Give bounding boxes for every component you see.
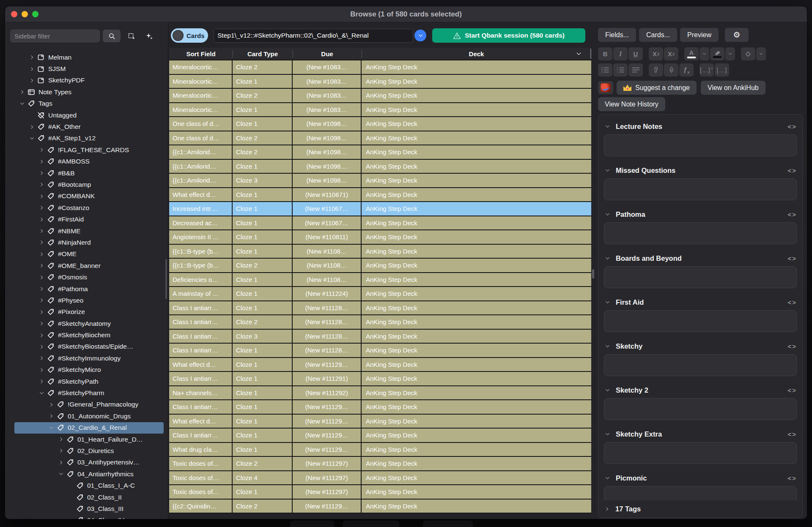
cell-deck[interactable]: AnKing Step Deck	[362, 500, 591, 513]
cell-deck[interactable]: AnKing Step Deck	[362, 230, 591, 244]
cell-due[interactable]: (New #1098…	[293, 160, 362, 173]
sidebar-item-02-diuretics[interactable]: 02_Diuretics	[14, 445, 164, 456]
cell-card-type[interactable]: Cloze 4	[233, 471, 293, 485]
cell-deck[interactable]: AnKing Step Deck	[362, 429, 591, 442]
cell-card-type[interactable]: Cloze 1	[233, 415, 293, 428]
cell-sort-field[interactable]: What effect d…	[169, 415, 233, 428]
cell-card-type[interactable]: Cloze 3	[233, 174, 293, 187]
sidebar-item-02-class-ii[interactable]: 02_Class_II	[14, 492, 164, 503]
table-row[interactable]: {{c1::B-type (b…Cloze 1(New #1108…AnKing…	[169, 245, 591, 259]
cell-card-type[interactable]: Cloze 1	[233, 485, 293, 499]
cell-deck[interactable]: AnKing Step Deck	[362, 75, 591, 88]
chevron-right-icon[interactable]	[48, 413, 55, 419]
chevron-down-icon[interactable]	[604, 300, 616, 305]
cell-deck[interactable]: AnKing Step Deck	[362, 259, 591, 272]
table-row[interactable]: What effect d…Cloze 1(New #110671)AnKing…	[169, 188, 591, 202]
sidebar-item-03-antihypertensiv[interactable]: 03_Antihypertensiv…	[14, 457, 164, 468]
cell-sort-field[interactable]: Mineralocortic…	[169, 60, 233, 74]
chevron-down-icon[interactable]	[604, 212, 616, 217]
chevron-down-icon[interactable]	[604, 475, 616, 481]
cell-card-type[interactable]: Cloze 1	[233, 301, 293, 315]
cell-due[interactable]: (New #1083…	[293, 75, 362, 88]
cell-due[interactable]: (New #1098…	[293, 174, 362, 187]
chevron-down-icon[interactable]	[604, 256, 616, 261]
sidebar-item-sketchyanatomy[interactable]: #SketchyAnatomy	[14, 318, 164, 329]
table-row[interactable]: Angiotensin II …Cloze 1(New #110811)AnKi…	[169, 230, 591, 245]
table-row[interactable]: Na+ channels…Cloze 1(New #111292)AnKing …	[169, 386, 591, 401]
chevron-right-icon[interactable]	[38, 205, 45, 210]
cell-card-type[interactable]: Cloze 1	[233, 386, 293, 400]
cell-sort-field[interactable]: {{c1::Amilorid…	[169, 160, 233, 173]
start-qbank-button[interactable]: Start Qbank session (580 cards)	[432, 28, 585, 43]
cell-due[interactable]: (New #111297)	[293, 471, 362, 485]
table-row[interactable]: {{c1::Amilorid…Cloze 1(New #1098…AnKing …	[169, 160, 591, 174]
column-header-sort-field[interactable]: Sort Field	[169, 48, 233, 60]
sidebar-item-ninjanerd[interactable]: #NinjaNerd	[14, 237, 164, 248]
ordered-list-button[interactable]	[613, 63, 628, 76]
cell-deck[interactable]: AnKing Step Deck	[362, 400, 591, 414]
attachment-button[interactable]	[649, 63, 663, 76]
subscript-button[interactable]: X2	[664, 47, 678, 60]
cell-sort-field[interactable]: {{c1::Amilorid…	[169, 145, 233, 159]
table-row[interactable]: Mineralocortic…Cloze 2(New #1083…AnKing …	[169, 60, 591, 75]
cell-sort-field[interactable]: Class I antiarr…	[169, 372, 233, 385]
cell-sort-field[interactable]: {{c1::Amilorid…	[169, 174, 233, 187]
minimize-button[interactable]	[22, 11, 28, 17]
cell-sort-field[interactable]: What effect d…	[169, 358, 233, 371]
cell-card-type[interactable]: Cloze 1	[233, 344, 293, 357]
cell-deck[interactable]: AnKing Step Deck	[362, 330, 591, 343]
html-editor-icon[interactable]: <>	[787, 167, 797, 174]
fields-button[interactable]: Fields...	[598, 28, 636, 42]
preview-button[interactable]: Preview	[680, 28, 719, 42]
table-row[interactable]: Mineralocortic…Cloze 2(New #1083…AnKing …	[169, 89, 591, 103]
table-row[interactable]: Mineralocortic…Cloze 1(New #1083…AnKing …	[169, 75, 591, 89]
chevron-right-icon[interactable]	[58, 460, 65, 465]
chevron-right-icon[interactable]	[38, 159, 45, 164]
chevron-right-icon[interactable]	[48, 402, 55, 407]
sidebar-item-firstaid[interactable]: #FirstAid	[14, 213, 164, 225]
table-row[interactable]: Class I antiarr…Cloze 1(New #11128…AnKin…	[169, 344, 591, 358]
sidebar-item-pathoma[interactable]: #Pathoma	[14, 283, 164, 295]
cell-sort-field[interactable]: One class of d…	[169, 131, 233, 145]
cell-sort-field[interactable]: Class I antiarr…	[169, 330, 233, 343]
justify-button[interactable]	[628, 63, 643, 76]
search-input[interactable]	[214, 29, 413, 43]
cell-due[interactable]: (New #1108…	[293, 245, 362, 258]
field-input-missed-questions[interactable]	[604, 178, 797, 200]
equation-button[interactable]: ƒx	[679, 63, 694, 76]
gear-icon[interactable]: ⚙	[725, 28, 749, 42]
html-editor-icon[interactable]: <>	[787, 387, 797, 394]
cell-card-type[interactable]: Cloze 1	[233, 358, 293, 371]
table-row[interactable]: {{c1::Amilorid…Cloze 2(New #1098…AnKing …	[169, 145, 591, 160]
chevron-right-icon[interactable]	[38, 228, 45, 234]
chevron-down-icon[interactable]	[604, 388, 616, 393]
cell-sort-field[interactable]: Class I antiarr…	[169, 301, 233, 315]
italic-button[interactable]: I	[613, 47, 628, 60]
search-icon[interactable]	[103, 30, 121, 42]
cell-due[interactable]: (New #11129…	[293, 415, 362, 428]
sidebar-item-sketchyimmunology[interactable]: #SketchyImmunology	[14, 352, 164, 364]
cell-card-type[interactable]: Cloze 1	[233, 216, 293, 230]
table-row[interactable]: Toxic doses of…Cloze 2(New #111297)AnKin…	[169, 457, 591, 471]
cell-deck[interactable]: AnKing Step Deck	[362, 372, 591, 385]
chevron-right-icon[interactable]	[28, 55, 36, 60]
chevron-down-icon[interactable]	[604, 431, 616, 437]
cell-deck[interactable]: AnKing Step Deck	[362, 145, 591, 159]
cell-due[interactable]: (New #111224)	[293, 287, 362, 300]
cell-deck[interactable]: AnKing Step Deck	[362, 245, 591, 258]
eraser-dropdown[interactable]	[756, 47, 766, 60]
column-header-card-type[interactable]: Card Type	[233, 48, 293, 60]
cell-sort-field[interactable]: Class I antiarr…	[169, 429, 233, 442]
cell-due[interactable]: (New #110811)	[293, 230, 362, 244]
field-input-boards-and-beyond[interactable]	[604, 266, 797, 288]
cards-button[interactable]: Cards...	[639, 28, 677, 42]
cell-card-type[interactable]: Cloze 2	[233, 500, 293, 513]
cell-due[interactable]: (New #1108…	[293, 273, 362, 287]
cell-card-type[interactable]: Cloze 1	[233, 75, 293, 88]
sidebar-item-b-b[interactable]: #B&B	[14, 167, 164, 179]
cell-card-type[interactable]: Cloze 2	[233, 89, 293, 102]
cell-due[interactable]: (New #11128…	[293, 301, 362, 315]
cell-card-type[interactable]: Cloze 1	[233, 160, 293, 173]
cell-card-type[interactable]: Cloze 1	[233, 443, 293, 456]
cell-due[interactable]: (New #1083…	[293, 89, 362, 102]
